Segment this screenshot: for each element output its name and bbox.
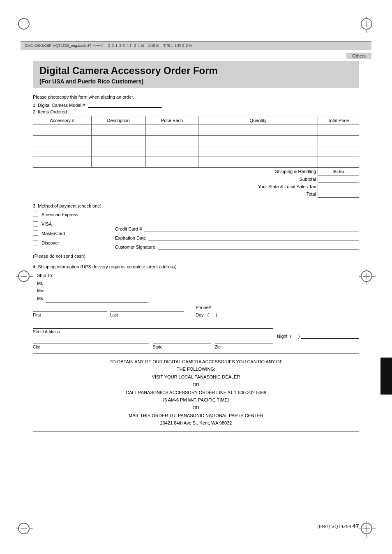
city-underline [33, 337, 149, 344]
info-line-4: OR [37, 381, 355, 389]
footer-text: (ENG) VQT4Z59 [317, 524, 351, 529]
corner-mark-tl [16, 16, 33, 33]
cell-price [145, 157, 198, 168]
cell-price [145, 125, 198, 136]
col-header-accessory: Accessory # [33, 116, 92, 125]
signature-underline [158, 249, 359, 249]
mastercard-option: MasterCard [33, 231, 115, 236]
corner-mark-tr [359, 16, 376, 33]
mastercard-label: MasterCard [42, 231, 65, 236]
tax-label: Your State & Local Sales Tax [198, 183, 318, 190]
last-name-underline [110, 305, 184, 312]
corner-mark-bl [16, 521, 33, 538]
night-phone-underline [301, 338, 359, 339]
instructions-text: Please photocopy this form when placing … [33, 95, 359, 99]
shipping-value: $6.95 [318, 168, 359, 175]
state-underline [153, 337, 211, 344]
cell-description [91, 157, 145, 168]
signature-line: Customer Signature [115, 245, 359, 249]
payment-fields: Credit Card # Expiration Date Customer S… [115, 211, 359, 249]
footer-page-number: 47 [352, 522, 359, 529]
col-header-description: Description [91, 116, 145, 125]
zip-underline [215, 337, 273, 344]
tax-value [318, 183, 359, 190]
payment-options: American Express VISA MasterCard Discove… [33, 211, 115, 249]
cell-description [91, 125, 145, 136]
expiration-underline [148, 240, 359, 240]
info-line-5: CALL PANASONIC'S ACCESSORY ORDER LINE AT… [37, 389, 355, 397]
ship-to-label: Ship To: [37, 272, 359, 279]
info-line-8: MAIL THIS ORDER TO: PANASONIC NATIONAL P… [37, 412, 355, 420]
phone-label: Phone#: [196, 305, 256, 310]
visa-checkbox[interactable] [33, 221, 38, 226]
info-line-7: OR [37, 404, 355, 412]
visa-option: VISA [33, 221, 115, 226]
night-label: Night ( [277, 334, 291, 339]
table-row [33, 125, 359, 136]
address-phone-row: Street Address City State [33, 322, 359, 349]
last-name-label: Last [110, 313, 184, 317]
signature-label: Customer Signature [115, 245, 155, 249]
others-tab: Others [346, 53, 371, 59]
model-underline [88, 107, 162, 108]
cell-accessory [33, 136, 92, 146]
day-phone-underline [219, 317, 256, 317]
street-underline [33, 322, 273, 329]
total-value [318, 190, 359, 198]
credit-card-underline [144, 231, 359, 231]
phone-block: Phone#: Day ( ) [196, 305, 256, 317]
discover-label: Discover [42, 240, 59, 245]
col-header-quantity: Quantity [198, 116, 318, 125]
info-line-2: THE FOLLOWING: [37, 365, 355, 373]
credit-card-label: Credit Card # [115, 226, 142, 231]
corner-mark-mid-r [359, 269, 376, 285]
items-ordered-label: 2. Items Ordered [33, 109, 359, 114]
expiration-line: Expiration Date [115, 235, 359, 240]
amex-checkbox[interactable] [33, 212, 38, 217]
info-line-1: TO OBTAIN ANY OF OUR DIGITAL CAMERA ACCE… [37, 358, 355, 366]
credit-card-line: Credit Card # [115, 226, 359, 231]
cell-description [91, 136, 145, 146]
night-phone-line: Night ( ) [277, 334, 359, 339]
salutation-mr: Mr. [37, 279, 359, 287]
col-header-total: Total Price [318, 116, 359, 125]
tax-row: Your State & Local Sales Tax [33, 183, 359, 190]
state-label: State [153, 345, 211, 349]
payment-section-title: 3. Method of payment (check one) [33, 203, 359, 208]
amex-option: American Express [33, 212, 115, 217]
info-line-3: VISIT YOUR LOCAL PANASONIC DEALER [37, 373, 355, 381]
cell-quantity [198, 125, 318, 136]
cell-quantity [198, 136, 318, 146]
first-name-underline [33, 305, 107, 312]
table-row [33, 146, 359, 157]
cell-accessory [33, 157, 92, 168]
total-label: Total [198, 190, 318, 198]
day-label: Day ( [196, 312, 209, 317]
cell-quantity [198, 157, 318, 168]
visa-label: VISA [42, 222, 52, 226]
info-line-6: [6 AM-6 PM M-F, PACIFIC TIME] [37, 396, 355, 404]
mastercard-checkbox[interactable] [33, 231, 38, 236]
day-phone-line: Day ( ) [196, 312, 256, 317]
address-col: Street Address City State [33, 322, 273, 349]
name-line: First Last Phone#: Day ( ) [33, 305, 359, 317]
cell-total [318, 146, 359, 157]
last-name-field: Last [110, 305, 184, 317]
footer: (ENG) VQT4Z59 47 [317, 522, 359, 529]
cell-quantity [198, 146, 318, 157]
discover-checkbox[interactable] [33, 240, 38, 245]
street-field: Street Address [33, 322, 273, 334]
zip-label: Zip [215, 345, 273, 349]
cell-price [145, 136, 198, 146]
first-name-label: First [33, 313, 107, 317]
salutation-mrs: Mrs. [37, 287, 359, 295]
subtotal-row: Subtotal [33, 175, 359, 183]
total-row: Total [33, 190, 359, 198]
info-line-9: 20421 84th Ave S., Kent, WA 98032 [37, 419, 355, 427]
header-rule-text: DMC-G6K&G6P-VQT4Z59_eng.book 47 ページ ２０１３… [25, 43, 192, 48]
cell-total [318, 125, 359, 136]
table-row [33, 136, 359, 146]
page-subtitle: (For USA and Puerto Rico Customers) [39, 78, 353, 85]
city-field: City [33, 337, 149, 349]
zip-field: Zip [215, 337, 273, 349]
